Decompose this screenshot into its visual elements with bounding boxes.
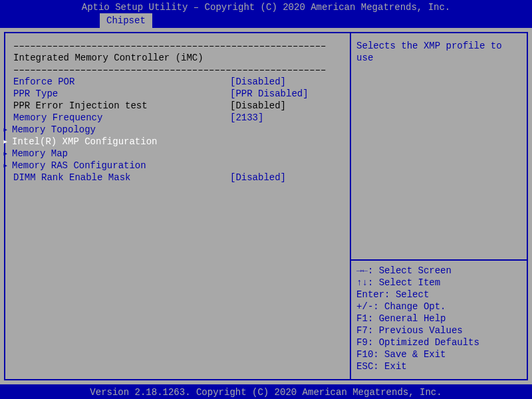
divider-bottom: ––––––––––––––––––––––––––––––––––––––––… [11, 64, 344, 76]
tab-chipset[interactable]: Chipset [100, 13, 152, 28]
setting-row-8[interactable]: DIMM Rank Enable Mask[Disabled] [11, 172, 344, 184]
tab-row: Chipset [0, 13, 532, 28]
setting-value: [Disabled] [230, 76, 344, 88]
settings-panel: ––––––––––––––––––––––––––––––––––––––––… [4, 32, 350, 380]
divider-top: ––––––––––––––––––––––––––––––––––––––––… [11, 40, 344, 52]
setting-value [230, 136, 344, 148]
submenu-arrow-icon: ▸ [3, 136, 9, 148]
setting-row-7[interactable]: ▸Memory RAS Configuration [11, 160, 344, 172]
footer-text: Version 2.18.1263. Copyright (C) 2020 Am… [90, 387, 442, 398]
footer-bar: Version 2.18.1263. Copyright (C) 2020 Am… [0, 384, 532, 399]
help-key-line: F10: Save & Exit [356, 348, 521, 360]
submenu-arrow-icon: ▸ [3, 160, 9, 172]
setting-row-2[interactable]: PPR Error Injection test[Disabled] [11, 100, 344, 112]
setting-value [230, 160, 344, 172]
setting-row-0[interactable]: Enforce POR[Disabled] [11, 76, 344, 88]
setting-value: [2133] [230, 112, 344, 124]
help-panel: Selects the XMP profile to use →←: Selec… [350, 32, 528, 380]
setting-value: [PPR Disabled] [230, 88, 344, 100]
setting-label: Enforce POR [11, 76, 230, 88]
help-text: Selects the XMP profile to use [356, 40, 521, 64]
help-key-line: ESC: Exit [356, 360, 521, 372]
settings-list: Enforce POR[Disabled]PPR Type[PPR Disabl… [11, 76, 344, 184]
help-key-line: +/-: Change Opt. [356, 301, 521, 313]
setting-value: [Disabled] [230, 172, 344, 184]
title-bar: Aptio Setup Utility – Copyright (C) 2020… [0, 0, 532, 13]
setting-label: ▸Memory Map [11, 148, 230, 160]
setting-value [230, 148, 344, 160]
help-keys: →←: Select Screen↑↓: Select ItemEnter: S… [356, 265, 521, 372]
setting-row-6[interactable]: ▸Memory Map [11, 148, 344, 160]
submenu-arrow-icon: ▸ [3, 124, 9, 136]
bios-screen: Aptio Setup Utility – Copyright (C) 2020… [0, 0, 532, 399]
setting-value [230, 124, 344, 136]
setting-label: ▸Memory RAS Configuration [11, 160, 230, 172]
setting-label: ▸Memory Topology [11, 124, 230, 136]
setting-row-3[interactable]: Memory Frequency[2133] [11, 112, 344, 124]
setting-row-4[interactable]: ▸Memory Topology [11, 124, 344, 136]
setting-label: Memory Frequency [11, 112, 230, 124]
help-key-line: ↑↓: Select Item [356, 277, 521, 289]
main-area: ––––––––––––––––––––––––––––––––––––––––… [0, 28, 532, 384]
setting-row-1[interactable]: PPR Type[PPR Disabled] [11, 88, 344, 100]
help-key-line: F7: Previous Values [356, 325, 521, 336]
setting-value: [Disabled] [230, 100, 344, 112]
setting-row-5[interactable]: ▸Intel(R) XMP Configuration [11, 136, 344, 148]
help-key-line: →←: Select Screen [356, 265, 521, 277]
help-divider [351, 259, 527, 261]
title-text: Aptio Setup Utility – Copyright (C) 2020… [82, 2, 451, 13]
setting-label: PPR Type [11, 88, 230, 100]
setting-label: ▸Intel(R) XMP Configuration [11, 136, 230, 148]
setting-label: DIMM Rank Enable Mask [11, 172, 230, 184]
submenu-arrow-icon: ▸ [3, 148, 9, 160]
help-key-line: Enter: Select [356, 289, 521, 301]
help-key-line: F9: Optimized Defaults [356, 336, 521, 348]
section-header: Integrated Memory Controller (iMC) [11, 52, 344, 64]
setting-label: PPR Error Injection test [11, 100, 230, 112]
help-key-line: F1: General Help [356, 313, 521, 325]
